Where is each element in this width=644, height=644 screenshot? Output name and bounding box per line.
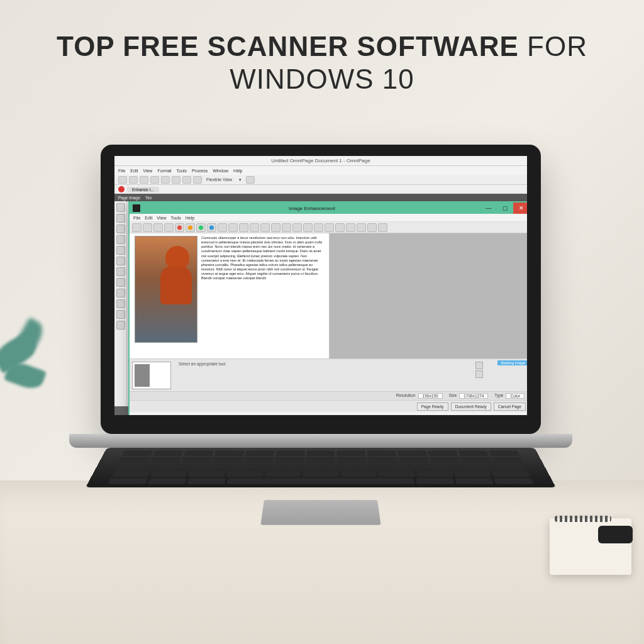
undo-icon[interactable] (172, 176, 180, 184)
dlg-menu-edit[interactable]: Edit (145, 216, 152, 220)
3d-deskew-icon[interactable] (346, 223, 355, 232)
menu-edit[interactable]: Edit (130, 169, 138, 173)
select-tool-icon[interactable] (116, 203, 125, 212)
app-screen: Untitled OmniPage Document 1 - OmniPage … (114, 156, 527, 415)
ribbon-text[interactable]: Tex (145, 196, 152, 200)
crop-tool-icon[interactable] (116, 278, 125, 287)
page-ribbon: Page Image Tex (114, 194, 527, 201)
dlg-menu-tools[interactable]: Tools (170, 216, 180, 220)
deskew-icon[interactable] (260, 223, 270, 232)
image-enhancement-dialog: Image Enhancement — ▢ ✕ File Edit View T… (128, 201, 527, 415)
menu-process[interactable]: Process (192, 169, 208, 173)
view-mode-dropdown[interactable]: Flexible View (204, 177, 235, 182)
brightness-icon[interactable] (175, 223, 184, 232)
flip-v-icon[interactable] (250, 223, 259, 232)
text-tool-icon[interactable] (116, 225, 125, 233)
size-value: 1708x1274 (459, 393, 488, 399)
menu-format[interactable]: Format (157, 169, 171, 173)
history-thumbnail[interactable] (132, 362, 171, 389)
zoom-in-icon[interactable] (143, 223, 152, 232)
redo-icon[interactable] (182, 176, 191, 184)
laptop-trackpad (260, 500, 380, 525)
record-icon[interactable] (118, 186, 125, 192)
saturation-icon[interactable] (207, 223, 216, 232)
resolution-label: Resolution (396, 393, 416, 399)
close-button[interactable]: ✕ (513, 203, 527, 214)
fit-icon[interactable] (164, 223, 174, 232)
fill-icon[interactable] (303, 223, 313, 232)
workflow-bar: Enhance I... (114, 185, 527, 194)
despeckle-icon[interactable] (271, 223, 280, 232)
scanned-text: Commodo ullamcorper a lacus vestibulum s… (201, 236, 324, 356)
rotate-right-icon[interactable] (228, 223, 238, 232)
line-tool-icon[interactable] (116, 289, 125, 297)
scan-icon[interactable] (161, 176, 170, 184)
crop-icon[interactable] (282, 223, 291, 232)
laptop: Untitled OmniPage Document 1 - OmniPage … (69, 145, 572, 522)
rotate-tool-icon[interactable] (116, 267, 125, 276)
laptop-hinge (69, 434, 572, 448)
history-hint: Select an appropriate tool. (174, 359, 473, 391)
pointer-icon[interactable] (132, 223, 142, 232)
minimize-button[interactable]: — (480, 203, 497, 214)
dlg-menu-view[interactable]: View (157, 216, 166, 220)
invert-icon[interactable] (314, 223, 323, 232)
workflow-tab[interactable]: Enhance I... (127, 187, 159, 192)
menu-tools[interactable]: Tools (177, 169, 187, 173)
menu-window[interactable]: Window (213, 169, 228, 173)
dialog-title: Image Enhancement (143, 206, 480, 211)
erase-icon[interactable] (292, 223, 302, 232)
resolution-value: 150x150 (418, 393, 443, 399)
type-value: Color (506, 393, 525, 399)
dialog-titlebar[interactable]: Image Enhancement — ▢ ✕ (130, 203, 527, 214)
menu-file[interactable]: File (118, 169, 125, 173)
dlg-menu-help[interactable]: Help (186, 216, 194, 220)
shape-tool-icon[interactable] (116, 299, 125, 308)
app-toolbar: Flexible View ▾ (114, 175, 527, 185)
print-icon[interactable] (150, 176, 159, 184)
dialog-menubar: File Edit View Tools Help (130, 214, 527, 222)
app-title: Untitled OmniPage Document 1 - OmniPage (271, 158, 370, 164)
history-panel: Select an appropriate tool. Starting ima… (130, 359, 527, 392)
phone-prop (598, 526, 633, 543)
menu-help[interactable]: Help (233, 169, 242, 173)
layout-icon[interactable] (246, 176, 255, 184)
image-tool-icon[interactable] (116, 246, 125, 255)
hue-icon[interactable] (196, 223, 206, 232)
document-ready-button[interactable]: Document Ready (451, 402, 491, 411)
clean-icon[interactable] (357, 223, 366, 232)
fill-tool-icon[interactable] (116, 310, 125, 319)
rotate-left-icon[interactable] (218, 223, 227, 232)
save-icon[interactable] (140, 176, 148, 184)
threshold-icon[interactable] (325, 223, 334, 232)
eraser-tool-icon[interactable] (116, 257, 125, 265)
zoom-icon[interactable] (193, 176, 202, 184)
size-label: Size (449, 393, 457, 399)
scanned-photo (135, 236, 197, 343)
zoom-out-icon[interactable] (153, 223, 163, 232)
table-tool-icon[interactable] (116, 235, 125, 244)
flip-h-icon[interactable] (239, 223, 248, 232)
history-down-icon[interactable] (475, 370, 483, 378)
resolution-icon[interactable] (335, 223, 345, 232)
preview-result[interactable] (330, 233, 527, 358)
app-titlebar: Untitled OmniPage Document 1 - OmniPage (114, 156, 527, 166)
maximize-button[interactable]: ▢ (497, 203, 513, 214)
zone-tool-icon[interactable] (116, 214, 125, 223)
contrast-icon[interactable] (186, 223, 195, 232)
dlg-menu-file[interactable]: File (133, 216, 140, 220)
open-icon[interactable] (129, 176, 138, 184)
cancel-page-button[interactable]: Cancel Page (494, 402, 526, 411)
history-up-icon[interactable] (475, 362, 483, 369)
laptop-screen-frame: Untitled OmniPage Document 1 - OmniPage … (101, 145, 541, 434)
new-doc-icon[interactable] (118, 176, 127, 184)
auto-icon[interactable] (378, 223, 387, 232)
menu-view[interactable]: View (143, 169, 152, 173)
type-label: Type (494, 393, 503, 399)
measure-tool-icon[interactable] (116, 321, 125, 330)
plant-decor (0, 327, 63, 453)
page-ready-button[interactable]: Page Ready (417, 402, 448, 411)
preview-original[interactable]: Commodo ullamcorper a lacus vestibulum s… (130, 233, 330, 358)
enhance-icon[interactable] (367, 223, 377, 232)
ribbon-page-image[interactable]: Page Image (118, 196, 140, 200)
